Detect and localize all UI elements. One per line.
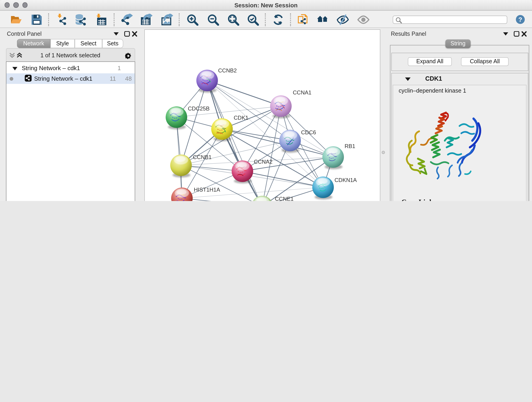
svg-text:HIST1H1A: HIST1H1A xyxy=(194,186,220,192)
svg-text:CCNE1: CCNE1 xyxy=(275,196,293,201)
svg-text:?: ? xyxy=(519,16,522,23)
svg-text:CDKN1A: CDKN1A xyxy=(335,177,357,183)
svg-text:CCNB1: CCNB1 xyxy=(193,154,211,160)
svg-text:CDK1: CDK1 xyxy=(234,114,248,121)
svg-text:CCNA1: CCNA1 xyxy=(293,89,311,95)
svg-text:CCNB2: CCNB2 xyxy=(218,67,237,73)
svg-text:CDC25B: CDC25B xyxy=(188,105,210,111)
svg-text:CDC6: CDC6 xyxy=(301,129,316,135)
svg-text:RB1: RB1 xyxy=(345,143,355,149)
svg-text:CCNA2: CCNA2 xyxy=(254,158,272,165)
